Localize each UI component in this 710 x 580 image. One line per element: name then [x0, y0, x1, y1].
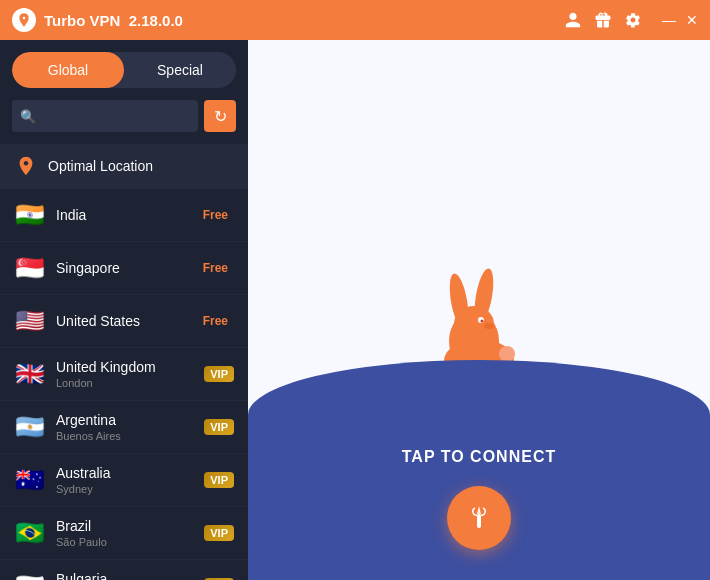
free-badge: Free: [197, 206, 234, 224]
server-city: Sydney: [56, 483, 194, 495]
vip-badge: VIP: [204, 419, 234, 435]
server-info: Singapore: [56, 260, 187, 276]
flag-united-states: 🇺🇸: [14, 305, 46, 337]
server-name: Bulgaria: [56, 571, 194, 580]
right-panel[interactable]: TAP TO CONNECT: [248, 40, 710, 580]
tab-switcher: Global Special: [12, 52, 236, 88]
search-icon: 🔍: [20, 109, 36, 124]
server-name: United States: [56, 313, 187, 329]
title-bar: Turbo VPN 2.18.0.0 — ✕: [0, 0, 710, 40]
server-city: São Paulo: [56, 536, 194, 548]
connect-text: TAP TO CONNECT: [402, 448, 556, 466]
server-name: Brazil: [56, 518, 194, 534]
server-name: United Kingdom: [56, 359, 194, 375]
flag-singapore: 🇸🇬: [14, 252, 46, 284]
vip-badge: VIP: [204, 366, 234, 382]
app-title: Turbo VPN 2.18.0.0: [44, 12, 556, 29]
server-info: United Kingdom London: [56, 359, 194, 389]
main-content: Global Special 🔍 ↻ Optimal Location: [0, 40, 710, 580]
server-name: Argentina: [56, 412, 194, 428]
toolbar-icons: — ✕: [564, 11, 698, 29]
user-icon[interactable]: [564, 11, 582, 29]
gift-icon[interactable]: [594, 11, 612, 29]
close-button[interactable]: ✕: [686, 13, 698, 27]
flag-brazil: 🇧🇷: [14, 517, 46, 549]
server-item-optimal[interactable]: Optimal Location: [0, 144, 248, 189]
flag-argentina: 🇦🇷: [14, 411, 46, 443]
location-icon: [14, 154, 38, 178]
server-info: United States: [56, 313, 187, 329]
server-name: India: [56, 207, 187, 223]
vip-badge: VIP: [204, 472, 234, 488]
server-name: Australia: [56, 465, 194, 481]
server-info: Brazil São Paulo: [56, 518, 194, 548]
server-info: India: [56, 207, 187, 223]
server-item-india[interactable]: 🇮🇳 India Free: [0, 189, 248, 242]
server-item-united-states[interactable]: 🇺🇸 United States Free: [0, 295, 248, 348]
server-item-singapore[interactable]: 🇸🇬 Singapore Free: [0, 242, 248, 295]
server-item-argentina[interactable]: 🇦🇷 Argentina Buenos Aires VIP: [0, 401, 248, 454]
server-item-australia[interactable]: 🇦🇺 Australia Sydney VIP: [0, 454, 248, 507]
sidebar: Global Special 🔍 ↻ Optimal Location: [0, 40, 248, 580]
flag-bulgaria: 🇧🇬: [14, 570, 46, 580]
app-logo: [12, 8, 36, 32]
server-city: Buenos Aires: [56, 430, 194, 442]
settings-icon[interactable]: [624, 11, 642, 29]
search-input[interactable]: [36, 109, 190, 124]
svg-point-6: [481, 320, 484, 323]
server-info: Optimal Location: [48, 158, 234, 174]
window-controls: — ✕: [662, 13, 698, 27]
server-item-brazil[interactable]: 🇧🇷 Brazil São Paulo VIP: [0, 507, 248, 560]
search-input-wrap: 🔍: [12, 100, 198, 132]
svg-rect-10: [477, 514, 481, 528]
flag-united-kingdom: 🇬🇧: [14, 358, 46, 390]
search-bar: 🔍 ↻: [12, 100, 236, 132]
flag-india: 🇮🇳: [14, 199, 46, 231]
server-info: Bulgaria Sofia: [56, 571, 194, 580]
tab-special[interactable]: Special: [124, 52, 236, 88]
server-item-united-kingdom[interactable]: 🇬🇧 United Kingdom London VIP: [0, 348, 248, 401]
server-city: London: [56, 377, 194, 389]
svg-point-7: [484, 323, 494, 329]
refresh-button[interactable]: ↻: [204, 100, 236, 132]
server-name: Optimal Location: [48, 158, 234, 174]
server-list: Optimal Location 🇮🇳 India Free 🇸🇬 Singap…: [0, 144, 248, 580]
minimize-button[interactable]: —: [662, 13, 676, 27]
vip-badge: VIP: [204, 525, 234, 541]
server-name: Singapore: [56, 260, 187, 276]
server-item-bulgaria[interactable]: 🇧🇬 Bulgaria Sofia VIP: [0, 560, 248, 580]
flag-australia: 🇦🇺: [14, 464, 46, 496]
server-info: Argentina Buenos Aires: [56, 412, 194, 442]
tab-global[interactable]: Global: [12, 52, 124, 88]
free-badge: Free: [197, 312, 234, 330]
connect-button[interactable]: [447, 486, 511, 550]
server-info: Australia Sydney: [56, 465, 194, 495]
free-badge: Free: [197, 259, 234, 277]
